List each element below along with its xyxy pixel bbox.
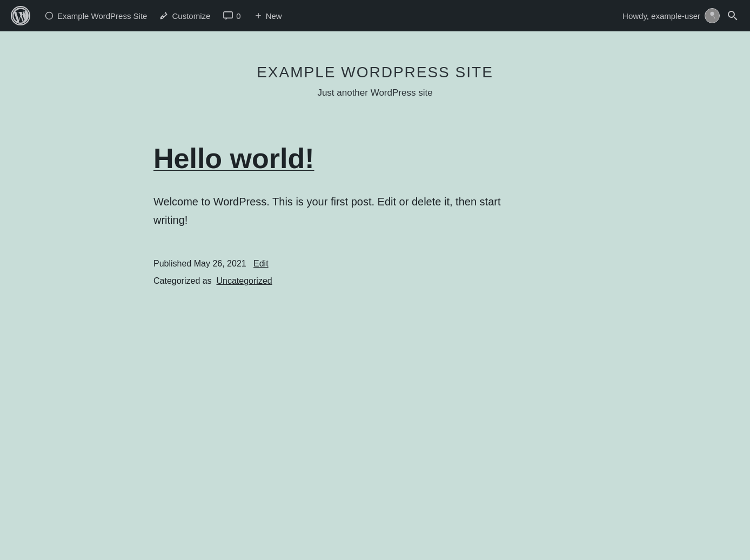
site-name-label: Example WordPress Site	[57, 11, 147, 21]
howdy-text: Howdy, example-user	[622, 11, 700, 21]
category-link[interactable]: Uncategorized	[217, 276, 272, 285]
search-button[interactable]	[724, 7, 741, 24]
categorized-label: Categorized as	[153, 276, 212, 285]
wp-logo-button[interactable]	[9, 6, 37, 25]
post-date: May 26, 2021	[194, 259, 246, 268]
site-tagline: Just another WordPress site	[153, 88, 597, 98]
search-icon	[727, 10, 738, 21]
comment-icon	[223, 11, 233, 20]
comments-count: 0	[236, 11, 240, 21]
wordpress-svg-icon	[12, 8, 29, 24]
post-article: Hello world! Welcome to WordPress. This …	[153, 142, 597, 290]
site-header: EXAMPLE WORDPRESS SITE Just another Word…	[153, 64, 597, 98]
pencil-icon	[160, 11, 169, 20]
post-category-line: Categorized as Uncategorized	[153, 272, 597, 290]
user-avatar	[705, 8, 720, 23]
comments-button[interactable]: 0	[218, 8, 246, 24]
new-label: New	[266, 11, 282, 21]
post-meta: Published May 26, 2021 Edit Categorized …	[153, 255, 597, 290]
svg-rect-0	[224, 12, 232, 18]
plus-icon	[254, 11, 263, 20]
published-label: Published	[153, 259, 191, 268]
post-title: Hello world!	[153, 142, 597, 175]
user-menu-button[interactable]: Howdy, example-user	[622, 8, 720, 23]
customize-button[interactable]: Customize	[155, 8, 216, 24]
site-name-button[interactable]: Example WordPress Site	[39, 8, 152, 24]
wp-logo-icon	[11, 6, 30, 25]
site-title: EXAMPLE WORDPRESS SITE	[153, 64, 597, 81]
admin-bar: Example WordPress Site Customize 0 New	[0, 0, 750, 31]
post-content: Welcome to WordPress. This is your first…	[153, 192, 532, 229]
new-content-button[interactable]: New	[249, 8, 287, 24]
site-content: EXAMPLE WORDPRESS SITE Just another Word…	[132, 31, 618, 322]
customize-label: Customize	[172, 11, 210, 21]
post-title-link[interactable]: Hello world!	[153, 143, 314, 174]
edit-post-link[interactable]: Edit	[253, 259, 269, 268]
user-icon	[707, 11, 717, 21]
dashboard-icon	[44, 11, 54, 21]
post-published-line: Published May 26, 2021 Edit	[153, 255, 597, 272]
